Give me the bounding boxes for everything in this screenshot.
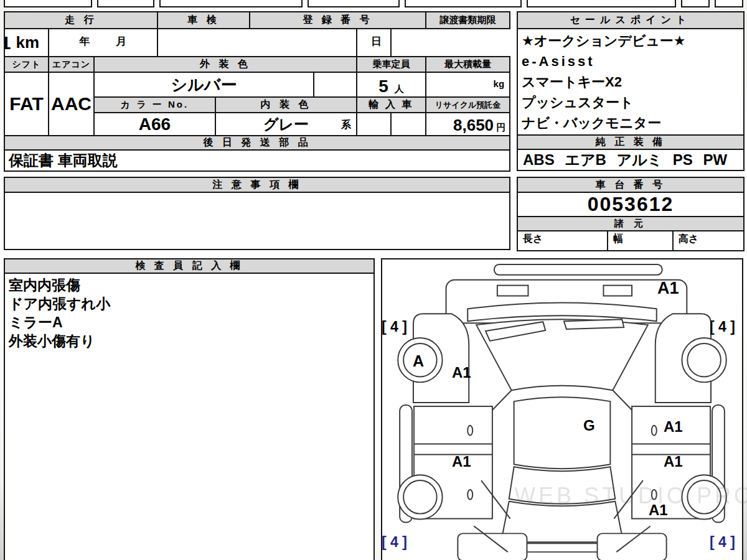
rear-bumper-left-shape — [458, 533, 527, 560]
capacity-cell: 5 人 — [357, 72, 426, 97]
later-shipped-parts-header: 後 日 発 送 部 品 — [4, 136, 510, 150]
transfer-day-label: 日 — [371, 34, 382, 49]
remnant-cell — [405, 0, 522, 7]
inspector-note-line: ドア内張すれ小 — [9, 294, 370, 313]
interior-color-header: 内 装 色 — [215, 97, 357, 113]
roof-panel-shape — [514, 397, 611, 469]
remnant-cell — [681, 0, 710, 7]
mileage-unit: km — [16, 33, 39, 52]
damage-marker-front-left-wheel: A — [413, 352, 424, 370]
genuine-equipment-cell: ABS エアB アルミ PS PW — [517, 149, 744, 170]
spec-height-label: 高さ — [679, 233, 698, 246]
transfer-deadline-header: 譲渡書類期限 — [426, 12, 510, 29]
damage-marker-right-door: A1 — [664, 453, 683, 470]
specs-header: 諸 元 — [517, 217, 744, 231]
rear-left-wheel — [398, 475, 442, 519]
max-load-unit: kg — [494, 78, 505, 89]
color-no-cell: A66 — [94, 113, 215, 136]
sales-point-item: ナビ・バックモニター — [522, 113, 740, 133]
tread-depth-marker-rear-left: [ 4 ] — [382, 534, 407, 551]
sales-point-item: プッシュスタート — [522, 92, 740, 113]
sales-points-cell: ★オークションデビュー★ e-Asisst スマートキーX2 プッシュスタート … — [517, 29, 744, 135]
aircon-value: AAC — [51, 93, 92, 114]
sales-points-header: セールスポイント — [517, 12, 744, 29]
chassis-number-cell: 0053612 — [517, 192, 744, 217]
sales-point-item: e-Asisst — [522, 51, 740, 72]
max-load-cell: kg — [426, 72, 510, 97]
cautions-header: 注 意 事 項 欄 — [4, 177, 510, 192]
shaken-month-label: 月 — [116, 34, 127, 49]
door-handle-mark — [467, 490, 472, 500]
front-right-wheel — [682, 338, 726, 382]
interior-color-cell: グレー 系 — [215, 113, 357, 136]
chassis-specs-table: 車 台 番 号 0053612 諸 元 長さ 幅 — [517, 177, 745, 251]
shaken-header: 車 検 — [157, 12, 250, 29]
inspector-note-line: ミラーA — [9, 313, 370, 332]
spec-height-cell: 高さ — [673, 231, 744, 251]
front-bumper-inset-left — [497, 286, 529, 296]
inspector-notes-table: 検 査 員 記 入 欄 室内内張傷 ドア内張すれ小 ミラーA 外装小傷有り — [4, 258, 375, 560]
capacity-header: 乗車定員 — [357, 57, 426, 72]
genuine-equipment-header: 純 正 装 備 — [517, 135, 744, 149]
inspector-note-line: 室内内張傷 — [9, 276, 370, 294]
mileage-header: 走 行 — [4, 12, 157, 29]
damage-marker-left-door: A1 — [452, 453, 471, 470]
car-top-view-drawing — [382, 259, 742, 560]
damage-marker-right-upper: A1 — [664, 418, 683, 436]
color-no-header: カ ラ ー No. — [94, 97, 215, 113]
sales-point-item: スマートキーX2 — [522, 72, 740, 92]
spec-width-cell: 幅 — [608, 231, 673, 251]
sales-point-item: ★オークションデビュー★ — [522, 30, 740, 51]
color-no-value: A66 — [139, 114, 171, 134]
spec-length-cell: 長さ — [517, 231, 608, 251]
damage-marker-front-bumper: A1 — [657, 279, 679, 298]
import-car-cell-2 — [391, 113, 426, 136]
capacity-unit: 人 — [395, 83, 404, 95]
remnant-cell — [159, 0, 303, 7]
spec-length-label: 長さ — [523, 233, 543, 246]
damage-marker-right-rear: A1 — [649, 502, 668, 519]
wiper-right-shape — [564, 319, 624, 329]
import-car-header: 輸 入 車 — [357, 97, 426, 113]
registration-number-cell — [157, 29, 357, 57]
remnant-cell — [527, 0, 676, 7]
recycle-deposit-unit: 円 — [496, 122, 505, 134]
inspector-notes-cell: 室内内張傷 ドア内張すれ小 ミラーA 外装小傷有り — [4, 273, 374, 560]
damage-marker-front-left-fender: A1 — [452, 364, 471, 381]
remnant-cell — [4, 0, 92, 7]
car-damage-diagram — [381, 258, 743, 560]
aircon-header: エアコン — [49, 57, 94, 72]
shaken-cell: 年 月 — [49, 29, 157, 57]
inspector-notes-header: 検 査 員 記 入 欄 — [4, 259, 374, 273]
shaken-year-label: 年 — [80, 34, 90, 49]
roof-strip-shape — [494, 264, 662, 275]
shift-value-cell: FAT — [4, 72, 49, 136]
cautions-table: 注 意 事 項 欄 — [4, 177, 510, 250]
vehicle-info-table: 走 行 車 検 登 録 番 号 譲渡書類期限 32,081 km 年 月 — [4, 11, 510, 172]
capacity-value: 5 — [378, 77, 388, 96]
recycle-deposit-value: 8,650 — [453, 116, 494, 135]
exterior-color-value: シルバー — [171, 74, 237, 96]
mileage-cell: 32,081 km — [4, 29, 49, 57]
recycle-deposit-header: リサイクル預託金 — [426, 97, 510, 113]
transfer-deadline-cell: 月 日 — [357, 29, 391, 57]
rear-bumper-right-shape — [598, 533, 667, 560]
front-bumper-inset-right — [603, 286, 632, 296]
remnant-cell — [715, 0, 743, 7]
import-car-cell-1 — [357, 113, 391, 136]
inspector-note-line: 外装小傷有り — [9, 332, 370, 350]
spec-width-label: 幅 — [613, 233, 623, 246]
interior-color-value: グレー — [263, 114, 309, 134]
recycle-deposit-cell: 8,650 円 — [426, 113, 510, 136]
remnant-cell — [308, 0, 400, 7]
registration-number-header: 登 録 番 号 — [250, 12, 426, 29]
remnant-cell — [97, 0, 154, 7]
chassis-number-value: 0053612 — [588, 193, 674, 216]
exterior-color-cell: シルバー — [94, 72, 314, 97]
chassis-number-header: 車 台 番 号 — [517, 177, 744, 192]
tread-depth-marker-rear-right: [ 4 ] — [710, 534, 735, 551]
later-shipped-parts-value: 保証書 車両取説 — [9, 151, 118, 170]
rear-bumper-bar-lines — [527, 543, 597, 552]
door-handle-mark — [467, 426, 472, 436]
exterior-color-header: 外 装 色 — [94, 57, 357, 72]
